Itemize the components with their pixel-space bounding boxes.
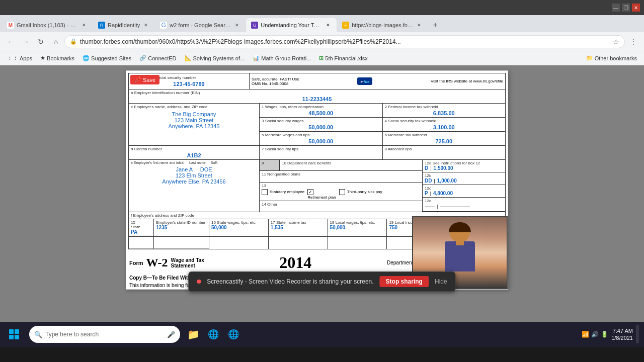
extensions-button[interactable]: ⋮ [627, 35, 640, 48]
tray-network-icon: 📶 [582, 331, 589, 338]
rapididentity-favicon: R [98, 22, 105, 29]
taskbar-file-explorer[interactable]: 📁 [184, 325, 202, 343]
new-tab-button[interactable]: + [428, 18, 442, 32]
tab-forbes-close[interactable]: ✕ [416, 22, 423, 29]
box3-label: 3 Social security wages [262, 119, 380, 123]
maximize-button[interactable]: ❐ [622, 4, 630, 12]
lock-icon: 🔒 [70, 38, 77, 45]
box12b-label: 12b [425, 173, 503, 178]
box5-cell: 5 Medicare wages and tips 50,000.00 [260, 132, 383, 145]
box12-section: 12a See instructions for box 12 D | 1,50… [422, 160, 505, 212]
box12a-code: D [425, 165, 428, 171]
ret-plan-label: Retirement plan [307, 195, 336, 200]
third-party: Third-party sick pay [339, 189, 382, 200]
back-button[interactable]: ← [4, 35, 17, 48]
box11-row: 11 Nonqualified plans [260, 171, 422, 182]
excel-icon: ⊞ [319, 55, 324, 61]
clock-time: 7:47 AM [611, 327, 633, 334]
box12d-value [440, 207, 470, 207]
minimize-button[interactable]: — [612, 4, 620, 12]
bookmark-math-group[interactable]: 📊 Math Group Rotati... [250, 54, 314, 62]
omb-text: Safe, accurate, FAST! Use OMB No. 1545-0… [252, 77, 299, 86]
show-desktop-button[interactable] [636, 325, 639, 343]
tab-forbes[interactable]: F https://blogs-images.forbes.com... ✕ [337, 18, 428, 32]
bookmark-suggested[interactable]: 🌐 Suggested Sites [79, 54, 134, 62]
box12d-row: 12d | [423, 198, 505, 212]
pin-icon: 📌 [134, 76, 141, 83]
box15-label: 15 [131, 220, 151, 225]
tab-rapididentity[interactable]: R RapidIdentity ✕ [93, 18, 154, 32]
stat-emp: Statutory employee [262, 189, 304, 200]
box3-cell: 3 Social security wages 50,000.00 [260, 118, 383, 131]
save-button[interactable]: 📌 Save [130, 75, 159, 84]
taskbar: 🔍 Type here to search 🎤 📁 🌐 🌐 📶 🔊 🔋 7:47… [0, 322, 644, 347]
title-bar: — ❐ ✕ [0, 0, 644, 15]
ret-plan: ✓ Retirement plan [307, 189, 336, 200]
bookmark-other[interactable]: 📁 Other bookmarks [583, 54, 640, 62]
bookmark-star-icon[interactable]: ☆ [613, 38, 619, 46]
w2-form-container: 📌 Save a Employee's social security numb… [126, 70, 508, 290]
ein-row: b Employer identification number (EIN) 1… [129, 89, 505, 104]
tab-google-search[interactable]: G w2 form - Google Search ✕ [155, 18, 246, 32]
box4-label: 4 Social security tax withheld [385, 119, 504, 123]
tray-battery-icon: 🔋 [601, 331, 608, 338]
bookmark-apps[interactable]: ⋮⋮ Apps [4, 54, 35, 62]
bookmark-bookmarks[interactable]: ★ Bookmarks [37, 54, 77, 62]
taskbar-ie[interactable]: 🌐 [224, 325, 243, 343]
box12c-row: 12c P | 4,800.00 [423, 185, 505, 198]
box9-cell: 9 [260, 160, 280, 170]
state-label: State [131, 225, 151, 229]
employee-cell: e Employee's first name and initial Last… [129, 160, 260, 212]
employee-lname-label: Last name [189, 161, 206, 164]
bookmark-financial[interactable]: ⊞ 5th Financial.xlsx [316, 54, 370, 62]
taskbar-search[interactable]: 🔍 Type here to search 🎤 [29, 326, 180, 343]
tab-taxes-close[interactable]: ✕ [325, 22, 332, 29]
start-button[interactable] [5, 325, 23, 343]
ein-cell: b Employer identification number (EIN) 1… [129, 89, 505, 103]
wages-boxes: 1 Wages, tips, other compensation 48,500… [260, 104, 505, 145]
forward-button[interactable]: → [19, 35, 32, 48]
box2-label: 2 Federal income tax withheld [385, 105, 504, 109]
control-label: d Control number [131, 147, 257, 151]
close-button[interactable]: ✕ [632, 4, 640, 12]
box7-cell: 7 Social security tips [260, 146, 383, 159]
box12b-code: DD [425, 178, 432, 184]
tab-understanding-taxes[interactable]: U Understanding Your Tax Forms... ✕ [246, 18, 337, 32]
box16-label: 16 State wages, tips, etc. [211, 220, 266, 225]
address-text: thumbor.forbes.com/thumbor/960x0/https%3… [80, 38, 610, 45]
box1-label: 1 Wages, tips, other compensation [262, 105, 380, 109]
tab-rapididentity-close[interactable]: ✕ [142, 22, 149, 29]
address-bar[interactable]: 🔒 thumbor.forbes.com/thumbor/960x0/https… [64, 35, 625, 48]
bookmark-solving[interactable]: 📐 Solving Systems of... [182, 54, 248, 62]
star-icon: ★ [40, 55, 45, 61]
ie-icon: 🌐 [83, 55, 90, 61]
screencastify-notification: Screencastify - Screen Video Recorder is… [188, 272, 455, 292]
box2-value: 6,835.00 [385, 110, 504, 116]
form-subtitle-line1: Wage and Tax [171, 257, 204, 263]
third-party-checkbox [339, 189, 345, 195]
state-id-cell: Employer's state ID number 1235 [154, 219, 209, 236]
bookmark-connected[interactable]: 🔗 ConnectED [136, 54, 179, 62]
hide-button[interactable]: Hide [435, 278, 447, 285]
tab-google-close[interactable]: ✕ [233, 22, 240, 29]
box11-label: 11 Nonqualified plans [262, 172, 420, 176]
taskbar-chrome[interactable]: 🌐 [204, 325, 222, 343]
tab-taxes-title: Understanding Your Tax Forms... [261, 22, 322, 28]
stop-sharing-button[interactable]: Stop sharing [380, 276, 429, 287]
home-button[interactable]: ⌂ [49, 35, 62, 48]
box4-value: 3,100.00 [385, 124, 504, 130]
tray-icons: 📶 🔊 🔋 [582, 331, 608, 338]
box3-value: 50,000.00 [262, 124, 380, 130]
reload-button[interactable]: ↻ [34, 35, 47, 48]
box8-label: 8 Allocated tips [385, 147, 504, 151]
box12a-row: 12a See instructions for box 12 D | 1,50… [423, 160, 505, 172]
box17-cell: 17 State income tax 1,535 [269, 219, 328, 236]
employee-last: DOE [200, 166, 212, 172]
clock-date: 1/8/2021 [611, 334, 633, 341]
box8-cell: 8 Allocated tips [383, 146, 506, 159]
search-icon: 🔍 [34, 331, 42, 338]
box16-cell: 16 State wages, tips, etc. 50,000 [209, 219, 269, 236]
box12a-value: 1,500.00 [434, 165, 453, 171]
tab-gmail-close[interactable]: ✕ [80, 22, 88, 29]
tab-gmail[interactable]: M Gmail Inbox (1,103) - aspille@humble..… [2, 18, 93, 32]
